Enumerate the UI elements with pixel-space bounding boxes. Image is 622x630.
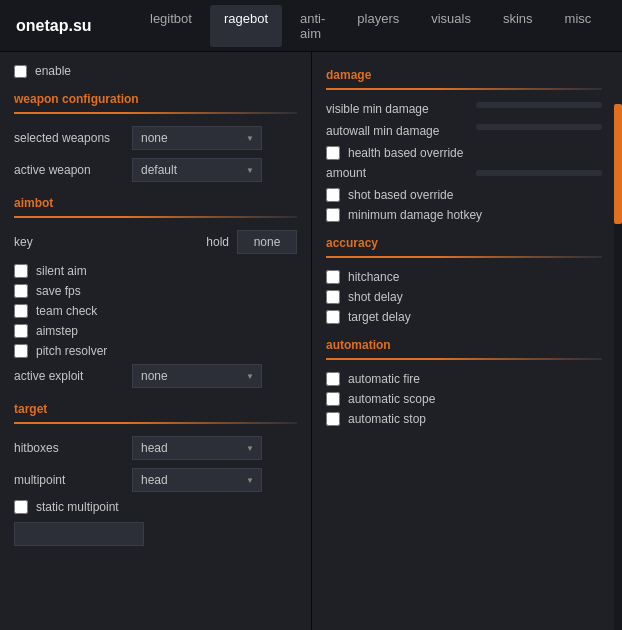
selected-weapons-label: selected weapons (14, 131, 124, 145)
weapon-config-divider (14, 112, 297, 114)
static-multipoint-row: static multipoint (14, 500, 297, 514)
enable-checkbox[interactable] (14, 65, 27, 78)
amount-row: amount (326, 166, 602, 180)
team-check-checkbox[interactable] (14, 304, 28, 318)
selected-weapons-select[interactable]: none pistol rifle sniper (132, 126, 262, 150)
key-bind-button[interactable]: none (237, 230, 297, 254)
multipoint-select[interactable]: head body legs (132, 468, 262, 492)
visible-min-slider[interactable] (476, 102, 602, 108)
hitboxes-wrapper[interactable]: head body legs (132, 436, 262, 460)
silent-aim-label: silent aim (36, 264, 87, 278)
accuracy-divider (326, 256, 602, 258)
app-logo: onetap.su (16, 17, 106, 35)
automation-header: automation (326, 338, 602, 352)
active-exploit-select[interactable]: none dt hideshots (132, 364, 262, 388)
hold-label: hold (206, 235, 229, 249)
silent-aim-checkbox[interactable] (14, 264, 28, 278)
min-damage-hotkey-checkbox[interactable] (326, 208, 340, 222)
damage-header: damage (326, 68, 602, 82)
active-weapon-label: active weapon (14, 163, 124, 177)
active-exploit-row: active exploit none dt hideshots (14, 364, 297, 388)
autowall-min-slider[interactable] (476, 124, 602, 130)
save-fps-checkbox[interactable] (14, 284, 28, 298)
save-fps-label: save fps (36, 284, 81, 298)
nav-item-anti-aim[interactable]: anti-aim (286, 5, 339, 47)
silent-aim-row: silent aim (14, 264, 297, 278)
nav-item-visuals[interactable]: visuals (417, 5, 485, 47)
team-check-row: team check (14, 304, 297, 318)
autowall-min-label: autowall min damage (326, 124, 466, 138)
automation-divider (326, 358, 602, 360)
automatic-fire-label: automatic fire (348, 372, 420, 386)
key-row: key hold none (14, 230, 297, 254)
min-damage-hotkey-label: minimum damage hotkey (348, 208, 482, 222)
autowall-min-damage-row: autowall min damage (326, 124, 602, 138)
hitboxes-row: hitboxes head body legs (14, 436, 297, 460)
left-panel: enable weapon configuration selected wea… (0, 52, 312, 630)
aimbot-divider (14, 216, 297, 218)
selected-weapons-row: selected weapons none pistol rifle snipe… (14, 126, 297, 150)
scrollbar-thumb[interactable] (614, 104, 622, 224)
nav-item-players[interactable]: players (343, 5, 413, 47)
shot-delay-label: shot delay (348, 290, 403, 304)
active-weapon-row: active weapon default pistol rifle (14, 158, 297, 182)
scrollbar[interactable] (614, 104, 622, 630)
right-panel: damage visible min damage autowall min d… (312, 52, 622, 630)
team-check-label: team check (36, 304, 97, 318)
pitch-resolver-checkbox[interactable] (14, 344, 28, 358)
health-based-label: health based override (348, 146, 463, 160)
health-based-checkbox[interactable] (326, 146, 340, 160)
weapon-config-header: weapon configuration (14, 92, 297, 106)
hitchance-row: hitchance (326, 270, 602, 284)
aimstep-row: aimstep (14, 324, 297, 338)
shot-based-row: shot based override (326, 188, 602, 202)
shot-delay-checkbox[interactable] (326, 290, 340, 304)
nav-item-legitbot[interactable]: legitbot (136, 5, 206, 47)
hitchance-checkbox[interactable] (326, 270, 340, 284)
visible-min-label: visible min damage (326, 102, 466, 116)
selected-weapons-wrapper[interactable]: none pistol rifle sniper (132, 126, 262, 150)
target-divider (14, 422, 297, 424)
active-exploit-wrapper[interactable]: none dt hideshots (132, 364, 262, 388)
shot-based-label: shot based override (348, 188, 453, 202)
multipoint-label: multipoint (14, 473, 124, 487)
automatic-stop-label: automatic stop (348, 412, 426, 426)
nav-item-ragebot[interactable]: ragebot (210, 5, 282, 47)
shot-based-checkbox[interactable] (326, 188, 340, 202)
hitchance-label: hitchance (348, 270, 399, 284)
amount-slider[interactable] (476, 170, 602, 176)
aimstep-checkbox[interactable] (14, 324, 28, 338)
target-delay-label: target delay (348, 310, 411, 324)
min-damage-hotkey-row: minimum damage hotkey (326, 208, 602, 222)
hitboxes-select[interactable]: head body legs (132, 436, 262, 460)
aimbot-header: aimbot (14, 196, 297, 210)
target-delay-row: target delay (326, 310, 602, 324)
aimstep-label: aimstep (36, 324, 78, 338)
target-header: target (14, 402, 297, 416)
static-multipoint-label: static multipoint (36, 500, 119, 514)
automatic-scope-label: automatic scope (348, 392, 435, 406)
multipoint-row: multipoint head body legs (14, 468, 297, 492)
visible-min-damage-row: visible min damage (326, 102, 602, 116)
enable-label: enable (35, 64, 71, 78)
automatic-fire-checkbox[interactable] (326, 372, 340, 386)
nav-item-config[interactable]: config (609, 5, 622, 47)
target-delay-checkbox[interactable] (326, 310, 340, 324)
save-fps-row: save fps (14, 284, 297, 298)
active-weapon-wrapper[interactable]: default pistol rifle (132, 158, 262, 182)
active-weapon-select[interactable]: default pistol rifle (132, 158, 262, 182)
automatic-stop-row: automatic stop (326, 412, 602, 426)
nav-item-skins[interactable]: skins (489, 5, 547, 47)
multipoint-wrapper[interactable]: head body legs (132, 468, 262, 492)
pitch-resolver-row: pitch resolver (14, 344, 297, 358)
active-exploit-label: active exploit (14, 369, 124, 383)
automatic-scope-row: automatic scope (326, 392, 602, 406)
amount-label: amount (326, 166, 466, 180)
damage-divider (326, 88, 602, 90)
nav-item-misc[interactable]: misc (551, 5, 606, 47)
shot-delay-row: shot delay (326, 290, 602, 304)
static-multipoint-checkbox[interactable] (14, 500, 28, 514)
enable-row: enable (14, 64, 297, 78)
automatic-scope-checkbox[interactable] (326, 392, 340, 406)
automatic-stop-checkbox[interactable] (326, 412, 340, 426)
